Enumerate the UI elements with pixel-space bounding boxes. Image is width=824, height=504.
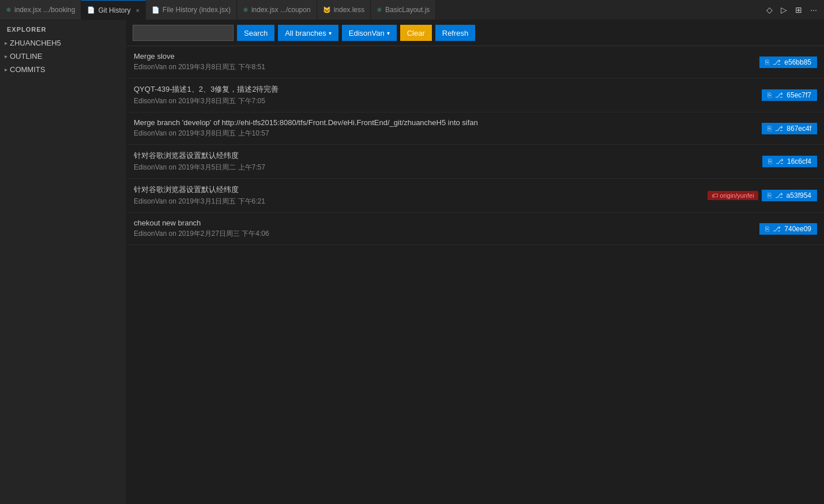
tab-indexjsx-coupon[interactable]: ⚛index.jsx .../coupon (237, 0, 317, 20)
origin-badge: 🏷 origin/yunfei (708, 191, 758, 200)
sidebar-title: EXPLORER (0, 20, 126, 36)
commit-right: 🏷 origin/yunfei⎘⎇a53f954 (708, 190, 817, 201)
commit-row[interactable]: 针对谷歌浏览器设置默认经纬度EdisonVan on 2019年3月5日周二 上… (127, 145, 824, 179)
branch-icon: ⎇ (775, 91, 783, 99)
copy-icon: ⎘ (767, 125, 772, 133)
user-dropdown-arrow: ▾ (387, 30, 390, 36)
branch-icon: ⎇ (776, 157, 784, 166)
tab-bar: ⚛index.jsx .../booking📄Git History×📄File… (0, 0, 824, 20)
tab-indexjsx-booking[interactable]: ⚛index.jsx .../booking (0, 0, 81, 20)
commit-info: 针对谷歌浏览器设置默认经纬度EdisonVan on 2019年3月1日周五 下… (134, 185, 708, 206)
commit-right: ⎘⎇65ec7f7 (762, 89, 817, 101)
split-icon[interactable]: ◇ (764, 4, 775, 16)
copy-icon: ⎘ (768, 157, 772, 166)
hash-text: 867ec4f (787, 125, 811, 133)
branch-icon: ⎇ (773, 58, 781, 66)
copy-icon: ⎘ (767, 191, 772, 200)
commit-message: QYQT-439-描述1、2、3修复，描述2待完善 (134, 84, 762, 95)
hash-badge[interactable]: ⎘⎇e56bb85 (759, 57, 817, 68)
hash-text: 740ee09 (784, 225, 811, 233)
commit-right: ⎘⎇e56bb85 (759, 57, 817, 68)
commit-meta: EdisonVan on 2019年3月1日周五 下午6:21 (134, 197, 708, 206)
commit-info: 针对谷歌浏览器设置默认经纬度EdisonVan on 2019年3月5日周二 上… (134, 151, 762, 172)
sidebar-item-outline[interactable]: ▸OUTLINE (0, 50, 126, 63)
tab-basiclayout-label: BasicLayout.js (385, 6, 430, 14)
commit-row[interactable]: 针对谷歌浏览器设置默认经纬度EdisonVan on 2019年3月1日周五 下… (127, 179, 824, 213)
commit-row[interactable]: chekout new branchEdisonVan on 2019年2月27… (127, 213, 824, 245)
tab-spacer (436, 0, 759, 20)
content-area: Search All branches ▾ EdisonVan ▾ Clear … (127, 20, 824, 504)
tab-file-history[interactable]: 📄File History (index.jsx) (146, 0, 237, 20)
commit-info: Merge sloveEdisonVan on 2019年3月8日周五 下午8:… (134, 52, 759, 72)
branches-dropdown-arrow: ▾ (329, 30, 332, 36)
commit-info: chekout new branchEdisonVan on 2019年2月27… (134, 219, 759, 239)
commit-meta: EdisonVan on 2019年3月8日周五 上午10:57 (134, 129, 762, 138)
commit-meta: EdisonVan on 2019年3月5日周二 上午7:57 (134, 163, 762, 172)
copy-icon: ⎘ (767, 91, 772, 99)
more-icon[interactable]: ··· (808, 4, 819, 16)
copy-icon: ⎘ (765, 58, 769, 66)
tab-basiclayout-icon: ⚛ (377, 6, 382, 14)
hash-text: a53f954 (787, 191, 811, 200)
branches-label: All branches (285, 29, 326, 37)
run-icon[interactable]: ▷ (778, 4, 789, 16)
hash-badge[interactable]: ⎘⎇16c6cf4 (762, 156, 817, 167)
branch-icon: ⎇ (775, 125, 783, 133)
commit-message: 针对谷歌浏览器设置默认经纬度 (134, 151, 762, 161)
commit-message: chekout new branch (134, 219, 759, 227)
sidebar: EXPLORER ▸ZHUANCHEH5▸OUTLINE▸COMMITS (0, 20, 127, 504)
branch-icon: ⎇ (775, 191, 783, 200)
commit-row[interactable]: Merge branch 'develop' of http://ehi-tfs… (127, 112, 824, 145)
hash-text: 65ec7f7 (787, 91, 811, 99)
tab-file-history-icon: 📄 (152, 6, 160, 14)
copy-icon: ⎘ (765, 225, 769, 233)
sidebar-label-outline: OUTLINE (10, 52, 42, 61)
hash-text: e56bb85 (784, 58, 811, 66)
tab-indexjsx-booking-icon: ⚛ (6, 6, 12, 14)
tab-actions: ◇ ▷ ⊞ ··· (759, 0, 824, 20)
sidebar-item-zhuancheh5[interactable]: ▸ZHUANCHEH5 (0, 36, 126, 50)
commit-right: ⎘⎇16c6cf4 (762, 156, 817, 167)
refresh-button[interactable]: Refresh (435, 25, 476, 41)
main-layout: EXPLORER ▸ZHUANCHEH5▸OUTLINE▸COMMITS Sea… (0, 20, 824, 504)
user-label: EdisonVan (349, 29, 385, 37)
all-branches-button[interactable]: All branches ▾ (278, 25, 338, 41)
commit-info: Merge branch 'develop' of http://ehi-tfs… (134, 118, 762, 138)
commit-right: ⎘⎇867ec4f (762, 123, 817, 134)
tab-indexjsx-coupon-icon: ⚛ (243, 6, 249, 14)
commit-message: Merge branch 'develop' of http://ehi-tfs… (134, 118, 762, 127)
layout-icon[interactable]: ⊞ (793, 4, 804, 16)
hash-badge[interactable]: ⎘⎇740ee09 (759, 223, 817, 235)
tab-indexless-icon: 🐱 (323, 6, 331, 14)
tab-git-history-icon: 📄 (87, 6, 95, 14)
user-button[interactable]: EdisonVan ▾ (342, 25, 397, 41)
tab-indexless[interactable]: 🐱index.less (317, 0, 371, 20)
sidebar-label-zhuancheh5: ZHUANCHEH5 (10, 39, 61, 47)
hash-badge[interactable]: ⎘⎇867ec4f (762, 123, 817, 134)
commit-meta: EdisonVan on 2019年2月27日周三 下午4:06 (134, 229, 759, 239)
sidebar-arrow-outline: ▸ (5, 53, 7, 59)
tab-git-history[interactable]: 📄Git History× (81, 0, 145, 20)
hash-badge[interactable]: ⎘⎇a53f954 (762, 190, 817, 201)
tab-indexjsx-coupon-label: index.jsx .../coupon (251, 6, 311, 14)
tab-git-history-close[interactable]: × (136, 7, 139, 14)
clear-button[interactable]: Clear (400, 25, 432, 41)
tab-file-history-label: File History (index.jsx) (163, 6, 231, 14)
toolbar: Search All branches ▾ EdisonVan ▾ Clear … (127, 20, 824, 46)
sidebar-item-commits[interactable]: ▸COMMITS (0, 63, 126, 76)
hash-text: 16c6cf4 (787, 157, 811, 166)
hash-badge[interactable]: ⎘⎇65ec7f7 (762, 89, 817, 101)
commit-info: QYQT-439-描述1、2、3修复，描述2待完善EdisonVan on 20… (134, 84, 762, 106)
tab-basiclayout[interactable]: ⚛BasicLayout.js (371, 0, 436, 20)
commit-list: Merge sloveEdisonVan on 2019年3月8日周五 下午8:… (127, 46, 824, 504)
commit-row[interactable]: Merge sloveEdisonVan on 2019年3月8日周五 下午8:… (127, 46, 824, 78)
search-input[interactable] (133, 25, 234, 41)
sidebar-arrow-commits: ▸ (5, 66, 7, 73)
branch-icon: ⎇ (773, 225, 781, 233)
commit-meta: EdisonVan on 2019年3月8日周五 下午8:51 (134, 62, 759, 72)
commit-row[interactable]: QYQT-439-描述1、2、3修复，描述2待完善EdisonVan on 20… (127, 78, 824, 112)
commit-meta: EdisonVan on 2019年3月8日周五 下午7:05 (134, 96, 762, 106)
search-button[interactable]: Search (237, 25, 274, 41)
tab-git-history-label: Git History (98, 6, 130, 14)
commit-message: 针对谷歌浏览器设置默认经纬度 (134, 185, 708, 195)
